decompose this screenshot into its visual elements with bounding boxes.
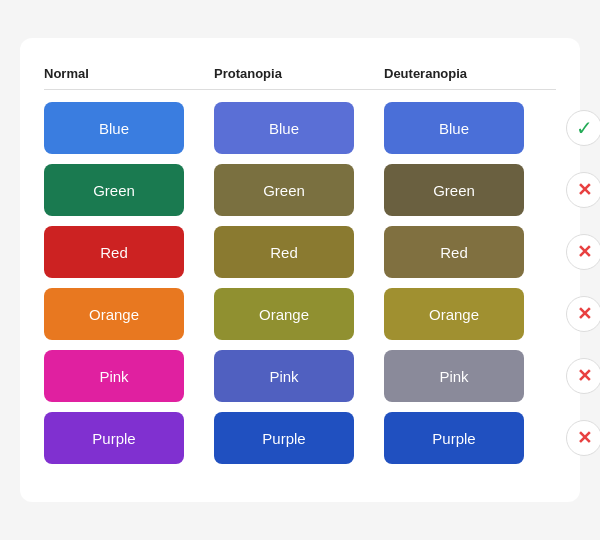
status-icon-orange: ✕: [566, 296, 600, 332]
deuteranopia-btn-blue: Blue: [384, 102, 524, 154]
header-protanopia: Protanopia: [214, 66, 384, 81]
cross-icon: ✕: [577, 303, 592, 325]
normal-btn-orange: Orange: [44, 288, 184, 340]
deuteranopia-btn-green: Green: [384, 164, 524, 216]
status-icon-red: ✕: [566, 234, 600, 270]
header-normal: Normal: [44, 66, 214, 81]
deuteranopia-btn-pink: Pink: [384, 350, 524, 402]
header-status: [554, 66, 600, 81]
header-deuteranopia: Deuteranopia: [384, 66, 554, 81]
protanopia-btn-orange: Orange: [214, 288, 354, 340]
deuteranopia-btn-red: Red: [384, 226, 524, 278]
protanopia-btn-green: Green: [214, 164, 354, 216]
protanopia-btn-blue: Blue: [214, 102, 354, 154]
status-icon-green: ✕: [566, 172, 600, 208]
main-container: Normal Protanopia Deuteranopia BlueBlueB…: [20, 38, 580, 502]
status-icon-pink: ✕: [566, 358, 600, 394]
protanopia-btn-pink: Pink: [214, 350, 354, 402]
table-row: BlueBlueBlue✓: [44, 102, 556, 154]
status-icon-blue: ✓: [566, 110, 600, 146]
deuteranopia-btn-purple: Purple: [384, 412, 524, 464]
table-row: GreenGreenGreen✕: [44, 164, 556, 216]
protanopia-btn-red: Red: [214, 226, 354, 278]
table-row: PinkPinkPink✕: [44, 350, 556, 402]
cross-icon: ✕: [577, 365, 592, 387]
table-row: PurplePurplePurple✕: [44, 412, 556, 464]
normal-btn-green: Green: [44, 164, 184, 216]
cross-icon: ✕: [577, 427, 592, 449]
normal-btn-purple: Purple: [44, 412, 184, 464]
deuteranopia-btn-orange: Orange: [384, 288, 524, 340]
normal-btn-blue: Blue: [44, 102, 184, 154]
cross-icon: ✕: [577, 179, 592, 201]
rows-container: BlueBlueBlue✓GreenGreenGreen✕RedRedRed✕O…: [44, 102, 556, 464]
cross-icon: ✕: [577, 241, 592, 263]
normal-btn-red: Red: [44, 226, 184, 278]
header-row: Normal Protanopia Deuteranopia: [44, 66, 556, 90]
protanopia-btn-purple: Purple: [214, 412, 354, 464]
status-icon-purple: ✕: [566, 420, 600, 456]
table-row: RedRedRed✕: [44, 226, 556, 278]
table-row: OrangeOrangeOrange✕: [44, 288, 556, 340]
checkmark-icon: ✓: [576, 116, 593, 140]
normal-btn-pink: Pink: [44, 350, 184, 402]
